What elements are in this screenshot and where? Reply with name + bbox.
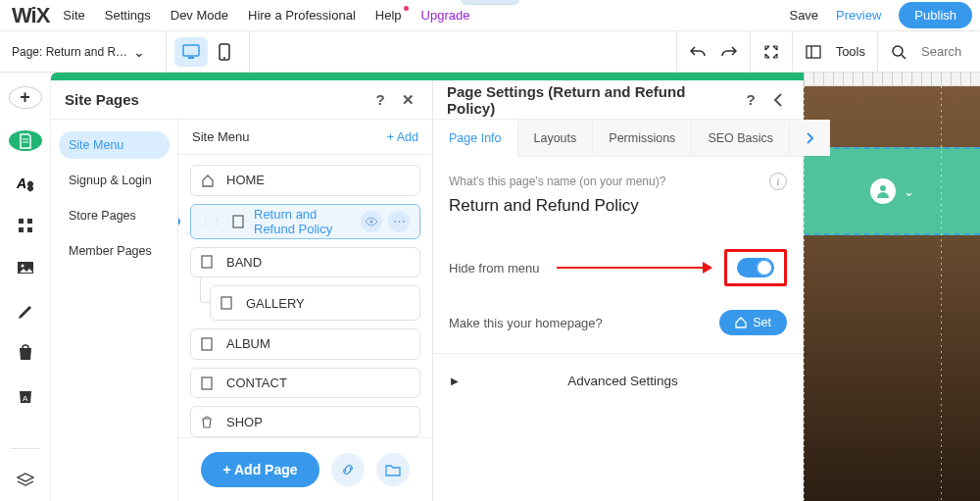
pages-list: HOME ⋮⋮ Return and Refund Policy ⋯ (178, 155, 432, 437)
layers-button[interactable] (9, 471, 42, 491)
drag-handle-icon[interactable]: ⋮⋮ (201, 216, 222, 226)
page-item-contact[interactable]: CONTACT (190, 368, 420, 399)
canvas-header-strip[interactable]: ⌄ (804, 147, 980, 235)
redo-button[interactable] (720, 43, 738, 61)
page-item-home[interactable]: HOME (190, 165, 420, 196)
device-switcher (167, 31, 250, 72)
hide-from-menu-label: Hide from menu (449, 261, 539, 276)
svg-text:A: A (17, 175, 26, 191)
tab-page-info[interactable]: Page Info (433, 120, 518, 156)
mobile-view-button[interactable] (208, 37, 241, 67)
ascend-button[interactable]: A (9, 384, 42, 405)
page-name-value[interactable]: Return and Refund Policy (449, 196, 787, 216)
sidebar-item-member[interactable]: Member Pages (59, 237, 170, 265)
folder-button[interactable] (376, 453, 410, 486)
search-group[interactable] (877, 31, 980, 72)
sidebar-item-site-menu[interactable]: Site Menu (59, 131, 170, 159)
tab-seo[interactable]: SEO Basics (692, 120, 790, 156)
sidebar-item-store[interactable]: Store Pages (59, 202, 170, 229)
annotation-arrow (557, 262, 712, 274)
page-dropdown[interactable]: Page: Return and R… ⌄ (0, 31, 167, 72)
menu-help[interactable]: Help (375, 8, 402, 23)
visibility-icon[interactable] (361, 211, 382, 232)
page-label: BAND (226, 255, 262, 270)
triangle-right-icon: ▶ (451, 376, 459, 386)
desktop-view-button[interactable] (174, 37, 208, 67)
help-icon[interactable]: ? (740, 89, 761, 111)
pages-footer: + Add Page (178, 437, 432, 501)
design-button[interactable]: A (9, 173, 42, 193)
undo-button[interactable] (689, 43, 707, 61)
apps-button[interactable] (9, 215, 42, 235)
more-options-icon[interactable]: ⋯ (388, 211, 410, 232)
page-icon (201, 255, 217, 269)
hide-from-menu-toggle[interactable]: ✓ (737, 258, 774, 277)
svg-rect-12 (27, 219, 32, 224)
media-button[interactable] (9, 258, 42, 278)
sidebar-item-signup[interactable]: Signup & Login (59, 167, 170, 194)
set-homepage-button[interactable]: Set (719, 310, 787, 335)
topbar-handle[interactable] (461, 0, 519, 5)
site-pages-header: Site Pages ? ✕ (51, 80, 432, 120)
svg-line-7 (902, 55, 906, 59)
advanced-settings-label: Advanced Settings (459, 374, 787, 388)
annotation-highlight-box: ✓ (724, 249, 787, 286)
menu-site[interactable]: Site (63, 8, 84, 23)
svg-point-18 (880, 185, 886, 191)
wix-logo[interactable]: WiX (12, 3, 49, 28)
menu-hire[interactable]: Hire a Professional (248, 8, 356, 23)
page-item-band[interactable]: BAND (190, 247, 420, 278)
settings-tabs: Page Info Layouts Permissions SEO Basics (433, 120, 803, 157)
svg-text:A: A (23, 394, 28, 403)
advanced-settings-row[interactable]: ▶ Advanced Settings (449, 360, 787, 402)
page-item-gallery[interactable]: GALLERY (210, 285, 420, 321)
page-settings-header: Page Settings (Return and Refund Policy)… (433, 80, 803, 120)
info-icon[interactable]: i (769, 173, 787, 190)
page-label: GALLERY (246, 296, 305, 311)
svg-point-20 (370, 220, 373, 223)
tabs-scroll-right[interactable] (790, 120, 830, 156)
page-settings-title: Page Settings (Return and Refund Policy) (447, 83, 734, 117)
canvas-body[interactable] (804, 235, 980, 501)
chevron-down-icon: ⌄ (904, 184, 914, 199)
page-item-return-policy[interactable]: ⋮⋮ Return and Refund Policy ⋯ (190, 204, 420, 239)
menu-devmode[interactable]: Dev Mode (171, 8, 228, 23)
save-button[interactable]: Save (789, 8, 818, 23)
close-icon[interactable]: ✕ (397, 89, 418, 111)
tab-layouts[interactable]: Layouts (518, 120, 594, 156)
zoom-out-button[interactable] (750, 31, 792, 72)
help-icon[interactable]: ? (369, 89, 391, 111)
page-icon (201, 337, 217, 351)
menu-upgrade[interactable]: Upgrade (421, 8, 470, 23)
publish-button[interactable]: Publish (899, 2, 972, 28)
page-label: SHOP (226, 415, 263, 429)
tab-permissions[interactable]: Permissions (593, 120, 692, 156)
page-label: CONTACT (226, 376, 287, 390)
page-icon (232, 215, 244, 228)
add-link[interactable]: + Add (387, 130, 418, 144)
blog-button[interactable] (9, 300, 42, 321)
page-name-question: What's this page's name (on your menu)? (449, 175, 665, 188)
preview-button[interactable]: Preview (836, 8, 881, 23)
undo-redo-group (676, 31, 750, 72)
add-element-button[interactable]: + (9, 86, 42, 109)
horizontal-ruler (804, 73, 980, 86)
back-icon[interactable] (767, 89, 789, 111)
store-bag-button[interactable] (9, 342, 42, 363)
member-avatar-icon[interactable] (870, 178, 896, 204)
svg-rect-11 (19, 219, 24, 224)
pages-menu-button[interactable] (9, 130, 42, 151)
set-label: Set (753, 316, 771, 329)
svg-point-6 (893, 46, 903, 56)
tools-label: Tools (836, 44, 865, 59)
search-input[interactable] (921, 44, 968, 59)
chevron-down-icon: ⌄ (133, 44, 145, 60)
link-page-button[interactable] (331, 453, 365, 486)
connection-dot-icon (178, 218, 180, 225)
add-page-button[interactable]: + Add Page (201, 452, 318, 487)
page-item-album[interactable]: ALBUM (190, 328, 420, 360)
tools-button[interactable]: Tools (792, 31, 877, 72)
search-icon (890, 43, 907, 61)
page-item-shop[interactable]: SHOP (190, 406, 420, 437)
menu-settings[interactable]: Settings (105, 8, 151, 23)
